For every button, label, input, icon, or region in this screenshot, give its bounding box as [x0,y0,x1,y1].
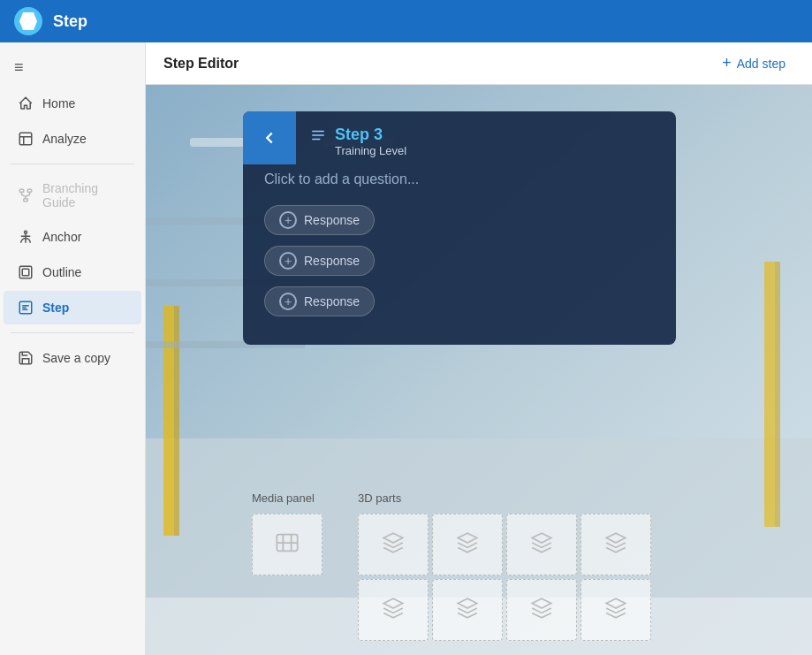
parts-cell-8[interactable] [581,579,651,641]
media-icon [275,530,300,560]
3d-icon-5 [382,597,405,624]
3d-icon-7 [530,597,553,624]
parts-3d-section: 3D parts [358,491,651,641]
sidebar-item-step-label: Step [42,301,69,315]
sidebar: ≡ Home Analyze [0,42,146,655]
plus-icon: + [722,54,732,72]
svg-rect-5 [19,266,32,278]
response-button-3[interactable]: + Response [264,286,375,316]
add-step-button[interactable]: + Add step [713,49,794,78]
sidebar-item-branching-guide: Branching Guide [4,172,141,218]
app-logo [14,7,42,35]
step-back-button[interactable] [243,111,296,164]
step-icon [18,300,34,316]
app-title: Step [53,12,87,31]
media-cell-1[interactable] [252,514,323,575]
step-subtitle: Training Level [335,144,406,157]
add-question-text[interactable]: Click to add a question... [264,171,655,187]
response-label-2: Response [304,254,360,268]
step-card-body: Click to add a question... + Response + … [243,164,676,345]
response-row-3: + Response [264,286,655,316]
svg-rect-6 [22,269,29,276]
outline-icon [18,264,34,280]
3d-icon-1 [382,531,405,559]
page-title: Step Editor [163,56,239,72]
response-button-2[interactable]: + Response [264,246,375,276]
sidebar-item-analyze[interactable]: Analyze [4,122,141,156]
sidebar-item-save-copy-label: Save a copy [42,351,110,365]
response-row-2: + Response [264,246,655,276]
svg-rect-1 [19,189,24,192]
parts-cell-1[interactable] [358,514,429,575]
add-step-label: Add step [737,57,785,71]
3d-icon-6 [456,597,479,624]
svg-rect-3 [24,199,28,202]
sidebar-item-anchor[interactable]: Anchor [4,220,141,254]
sidebar-divider-1 [11,164,134,164]
step-title: Step 3 [335,126,406,144]
anchor-icon [18,229,34,245]
step-info-text: Step 3 Training Level [335,126,406,157]
parts-cell-5[interactable] [358,579,429,641]
home-icon [18,95,34,111]
analyze-icon [18,131,34,147]
sidebar-item-home[interactable]: Home [4,87,141,120]
media-panel-label: Media panel [252,491,323,505]
media-panel-grid [252,514,323,575]
response-button-1[interactable]: + Response [264,205,375,235]
parts-3d-label: 3D parts [358,491,651,505]
response-label-3: Response [304,294,360,308]
sidebar-item-save-copy[interactable]: Save a copy [4,341,141,375]
plus-circle-3: + [279,293,297,310]
hamburger-icon: ≡ [14,58,24,77]
parts-3d-grid [358,514,651,641]
parts-cell-4[interactable] [581,514,651,575]
sidebar-item-outline-label: Outline [42,265,81,279]
sidebar-item-home-label: Home [42,96,75,110]
layout: ≡ Home Analyze [0,42,812,655]
parts-cell-2[interactable] [432,514,503,575]
save-icon [18,350,34,366]
3d-icon-2 [456,531,479,559]
svg-rect-0 [19,133,32,145]
main-area: Step Editor + Add step [146,42,812,655]
parts-cell-6[interactable] [432,579,503,641]
media-panel-section: Media panel [252,491,323,575]
svg-rect-2 [27,189,32,192]
response-label-1: Response [304,213,360,227]
3d-icon-3 [530,531,553,559]
sidebar-item-anchor-label: Anchor [42,230,81,244]
response-row-1: + Response [264,205,655,235]
list-icon [310,127,326,148]
svg-point-4 [25,231,27,233]
step-card: Step 3 Training Level Click to add a que… [243,111,676,345]
sidebar-item-outline[interactable]: Outline [4,255,141,289]
branch-icon [18,187,34,203]
3d-icon-4 [604,531,627,559]
parts-cell-7[interactable] [506,579,577,641]
topbar: Step [0,0,812,42]
plus-circle-2: + [279,252,297,270]
main-header: Step Editor + Add step [146,42,812,85]
sidebar-item-branching-guide-label: Branching Guide [42,181,127,209]
content-area: Step 3 Training Level Click to add a que… [146,85,812,655]
3d-icon-8 [604,597,627,624]
menu-button[interactable]: ≡ [0,50,145,86]
sidebar-item-analyze-label: Analyze [42,132,87,146]
step-card-info: Step 3 Training Level [296,111,421,164]
step-card-header: Step 3 Training Level [243,111,676,164]
sidebar-divider-2 [11,332,134,333]
sidebar-item-step[interactable]: Step [4,291,141,324]
parts-cell-3[interactable] [506,514,577,575]
bottom-panels: Media panel [146,477,812,655]
plus-circle-1: + [279,211,297,229]
